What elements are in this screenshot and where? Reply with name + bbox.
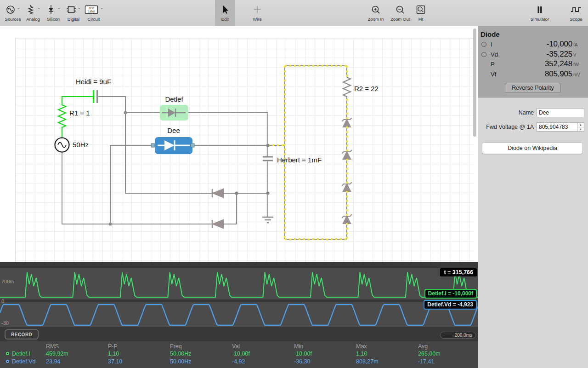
reverse-polarity-button[interactable]: Reverse Polarity <box>505 83 561 93</box>
palette-label: Analog <box>26 17 40 22</box>
axis-label-bottom: -30 <box>1 320 9 326</box>
reading-row-vd: Vd -35,225 V <box>478 50 588 60</box>
stepper-up-icon[interactable]: ▲ <box>577 123 584 127</box>
label-r1: R1 = 1 <box>69 109 90 117</box>
scope-button[interactable]: Scope <box>566 0 586 26</box>
zoom-in-button[interactable]: Zoom In <box>363 0 389 26</box>
time-cursor-badge[interactable]: t = 315,766 <box>440 268 477 276</box>
palette-silicon[interactable]: ⌄ Silicon <box>43 0 63 26</box>
signal-name: Detlef.I <box>12 351 30 357</box>
chevron-down-icon: ⌄ <box>100 5 103 10</box>
capacitor-herbert[interactable] <box>263 157 273 161</box>
wire-tool[interactable]: Wire <box>247 0 267 26</box>
name-input[interactable] <box>537 108 584 117</box>
zoom-out-icon <box>395 4 406 15</box>
table-header-row: RMS P-P Freq Val Min Max Avg <box>0 343 478 350</box>
timescale-slider[interactable]: 200,0ms <box>440 332 476 339</box>
wire-selection-highlight[interactable] <box>268 66 347 239</box>
detlef-vd-value-badge[interactable]: Detlef.Vd = -4,923 <box>424 300 477 310</box>
label-herbert: Herbert = 1mF <box>277 156 322 164</box>
ac-source[interactable] <box>55 138 69 152</box>
palette-sources[interactable]: ⌄ Sources <box>3 0 23 26</box>
table-row: Detlef.Vd 23,94 37,10 50,00Hz -4,92 -36,… <box>0 357 478 365</box>
inspector-readings: Diode I -10,000 fA Vd -35,225 V P 352,24… <box>478 26 588 98</box>
icircuit-app: ⌄ Sources ⌄ Analog <box>0 0 588 368</box>
circuit-canvas[interactable]: Heidi = 9uF R1 = 1 50Hz Detlef Dee Herbe… <box>0 26 478 262</box>
junction-dots <box>109 111 270 226</box>
reading-row-i: I -10,000 fA <box>478 40 588 50</box>
value-stepper[interactable]: ▲ ▼ <box>577 122 584 132</box>
chevron-down-icon: ⌄ <box>37 5 40 10</box>
palette-analog[interactable]: ⌄ Analog <box>23 0 43 26</box>
active-wire-and-r1[interactable] <box>58 97 93 138</box>
tool-label: Simulator <box>531 17 549 22</box>
label-r2: R2 = 22 <box>354 85 379 92</box>
plot-toggle-i[interactable] <box>481 42 486 47</box>
component-labels: Heidi = 9uF R1 = 1 50Hz Detlef Dee Herbe… <box>69 78 379 164</box>
tool-label: Zoom In <box>368 17 384 22</box>
ground-symbol[interactable] <box>262 217 273 223</box>
zoom-in-icon <box>370 4 381 15</box>
mode-tools: Edit Wire <box>215 0 267 26</box>
reading-unit: fA <box>573 42 585 47</box>
wikipedia-button[interactable]: Diode on Wikipedia <box>482 142 583 154</box>
stepper-down-icon[interactable]: ▼ <box>577 127 584 132</box>
trace-color-dot[interactable] <box>6 360 9 363</box>
trace-detlef-vd <box>0 305 478 325</box>
reading-unit: fW <box>573 62 585 67</box>
edit-tool[interactable]: Edit <box>215 0 235 26</box>
axis-label-mid: 0 <box>1 299 4 304</box>
waveform-icon <box>570 4 582 15</box>
ac-source-icon <box>5 4 16 15</box>
bridge-diodes[interactable] <box>212 189 223 228</box>
fwd-voltage-input[interactable] <box>537 122 577 132</box>
resistor-r2[interactable] <box>343 77 351 99</box>
name-field-row: Name <box>519 108 584 117</box>
selection-handle-right[interactable] <box>191 144 194 147</box>
oscilloscope-panel[interactable]: 700m 0 -30 t = 315,766 Detlef.I = -10,00… <box>0 262 478 368</box>
component-palette: ⌄ Sources ⌄ Analog <box>3 0 104 26</box>
fit-icon <box>415 4 426 15</box>
zoom-out-button[interactable]: Zoom Out <box>389 0 412 26</box>
tool-label: Scope <box>570 17 582 22</box>
chevron-down-icon: ⌄ <box>17 5 20 10</box>
chevron-down-icon: ⌄ <box>77 5 81 10</box>
plot-toggle-vd[interactable] <box>481 52 486 57</box>
palette-digital[interactable]: ⌄ Digital <box>63 0 84 26</box>
simulator-button[interactable]: Simulator <box>526 0 553 26</box>
inspector-title: Diode <box>478 26 588 40</box>
capacitor-heidi[interactable] <box>94 90 97 103</box>
chevron-down-icon: ⌄ <box>57 5 61 10</box>
label-heidi: Heidi = 9uF <box>76 78 111 86</box>
svg-text:Label: Label <box>88 10 95 13</box>
fit-button[interactable]: Fit <box>412 0 430 26</box>
diode-detlef[interactable] <box>160 105 188 121</box>
name-label: Name <box>519 109 534 116</box>
trace-color-dot[interactable] <box>6 352 9 355</box>
reading-value: 805,905 <box>545 69 572 79</box>
right-tools: Simulator Scope <box>526 0 586 26</box>
text-label-icon: Text Label <box>84 4 99 15</box>
palette-label: Silicon <box>47 17 60 22</box>
inspector-panel: Diode I -10,000 fA Vd -35,225 V P 352,24… <box>478 26 588 368</box>
zoom-tools: Zoom In Zoom Out <box>363 0 430 26</box>
label-detlef: Detlef <box>165 95 183 103</box>
detlef-i-value-badge[interactable]: Detlef.I = -10,000f <box>424 289 477 299</box>
palette-label: Digital <box>68 17 79 22</box>
canvas-scrollbar[interactable] <box>473 29 476 137</box>
toolbar: ⌄ Sources ⌄ Analog <box>0 0 588 26</box>
cursor-icon <box>220 4 231 15</box>
record-button[interactable]: RECORD <box>5 329 39 339</box>
palette-circuit[interactable]: Text Label ⌄ Circuit <box>84 0 104 26</box>
tool-label: Zoom Out <box>390 17 410 22</box>
reading-value: -35,225 <box>547 50 572 59</box>
axis-label-top: 700m <box>1 279 14 284</box>
table-row: Detlef.I 459,92m 1,10 50,00Hz -10,00f -1… <box>0 350 478 357</box>
palette-label: Circuit <box>88 17 100 22</box>
diode-icon <box>45 4 57 15</box>
plus-icon <box>252 4 263 15</box>
reading-row-p: P 352,248 fW <box>478 59 588 69</box>
label-dee: Dee <box>167 126 180 134</box>
diode-dee-selected[interactable] <box>151 137 194 154</box>
selection-handle-left[interactable] <box>151 144 155 147</box>
